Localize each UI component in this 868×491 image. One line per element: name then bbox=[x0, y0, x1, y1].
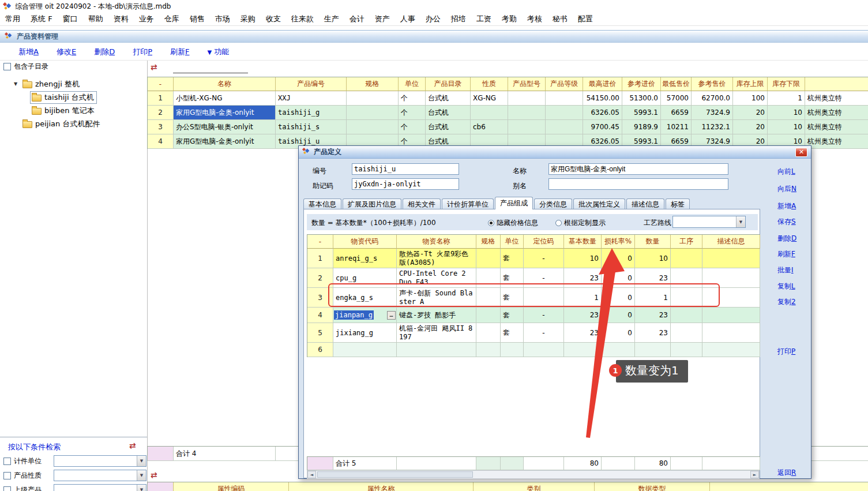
dialog-table-cell[interactable] bbox=[524, 288, 564, 308]
main-table-cell[interactable] bbox=[508, 106, 546, 120]
main-table-cell[interactable] bbox=[508, 120, 546, 134]
route-combobox-input[interactable] bbox=[673, 216, 736, 227]
main-column-header[interactable]: 产品目录 bbox=[426, 77, 471, 91]
main-table-cell[interactable]: 个 bbox=[399, 91, 426, 106]
dialog-side-button[interactable]: 向后N bbox=[777, 184, 796, 194]
dialog-column-header[interactable]: 工序 bbox=[671, 235, 702, 249]
main-table-cell[interactable]: 台式机 bbox=[426, 106, 471, 120]
main-table-cell[interactable] bbox=[546, 120, 583, 134]
dialog-table-cell[interactable] bbox=[702, 343, 760, 357]
main-table-cell[interactable]: 个 bbox=[399, 120, 426, 134]
dropdown-arrow-icon[interactable]: ▼ bbox=[137, 456, 146, 466]
main-table-cell[interactable] bbox=[508, 91, 546, 106]
dialog-table-cell[interactable]: 套 bbox=[501, 249, 524, 268]
dialog-table-cell[interactable]: 0 bbox=[602, 308, 635, 323]
dialog-table-cell[interactable]: anreqi_g_s bbox=[333, 249, 397, 268]
dialog-table-row[interactable]: 3engka_g_s声卡-创新 Sound Blaster A套101 bbox=[307, 288, 760, 308]
menu-item[interactable]: 仓库 bbox=[159, 12, 185, 26]
filter-combobox[interactable]: ▼ bbox=[54, 470, 146, 481]
main-column-header[interactable]: 产品型号 bbox=[508, 77, 546, 91]
dialog-table-cell[interactable]: 散热器-Tt 火星9彩色版(A3085) bbox=[397, 249, 476, 268]
main-table-cell[interactable]: 杭州奥立特 bbox=[805, 106, 868, 120]
main-column-header[interactable]: 参考售价 bbox=[692, 77, 733, 91]
bottom-column-header[interactable]: 类别 bbox=[474, 482, 595, 491]
dialog-column-header[interactable]: 数量 bbox=[635, 235, 671, 249]
main-table-cell[interactable] bbox=[347, 106, 399, 120]
dialog-table-cell[interactable] bbox=[501, 343, 524, 357]
dropdown-arrow-icon[interactable]: ▼ bbox=[137, 470, 146, 481]
menu-item[interactable]: 收支 bbox=[261, 12, 286, 26]
main-column-header[interactable]: 最低售价 bbox=[661, 77, 692, 91]
dialog-table-cell[interactable] bbox=[671, 249, 702, 268]
dialog-table-cell[interactable]: 套 bbox=[501, 308, 524, 323]
dialog-table-cell[interactable] bbox=[702, 323, 760, 343]
dialog-table-cell[interactable]: 套 bbox=[501, 268, 524, 288]
dialog-side-button[interactable]: 保存S bbox=[777, 217, 796, 227]
main-column-header[interactable]: 单位 bbox=[399, 77, 426, 91]
menu-item[interactable]: 市场 bbox=[210, 12, 235, 26]
include-subdir-checkbox[interactable] bbox=[3, 63, 11, 70]
bottom-column-header[interactable]: 属性编码 bbox=[174, 482, 289, 491]
main-table-cell[interactable]: 小型机-XG-NG bbox=[174, 91, 276, 106]
filter-combobox-input[interactable] bbox=[54, 485, 137, 491]
dialog-table-cell[interactable]: 5 bbox=[307, 323, 333, 343]
menu-item[interactable]: 采购 bbox=[235, 12, 261, 26]
main-column-header[interactable] bbox=[805, 77, 868, 91]
scroll-left-icon[interactable]: ◄ bbox=[307, 471, 316, 478]
dialog-side-button[interactable]: 复制L bbox=[777, 282, 795, 291]
dialog-table-cell[interactable] bbox=[524, 343, 564, 357]
main-table-cell[interactable] bbox=[546, 106, 583, 120]
dialog-column-header[interactable]: 物资代码 bbox=[333, 235, 397, 249]
main-table-row[interactable]: 1小型机-XG-NGXXJ个台式机XG-NG54150.0051300.0570… bbox=[148, 91, 868, 106]
main-column-header[interactable]: 最高进价 bbox=[583, 77, 622, 91]
main-table-cell[interactable]: 台式机 bbox=[426, 120, 471, 134]
swap-columns-icon[interactable]: ⇄ bbox=[151, 63, 157, 71]
menu-item[interactable]: 考核 bbox=[522, 12, 547, 26]
dialog-column-header[interactable]: 基本数量 bbox=[564, 235, 602, 249]
main-table-cell[interactable]: 4 bbox=[148, 134, 174, 149]
dialog-table-cell[interactable]: - bbox=[524, 268, 564, 288]
dialog-table-cell[interactable]: engka_g_s bbox=[333, 288, 397, 308]
main-column-header[interactable]: 规格 bbox=[347, 77, 399, 91]
menu-item[interactable]: 人事 bbox=[395, 12, 420, 26]
main-table-cell[interactable]: 57000 bbox=[661, 91, 692, 106]
menu-item[interactable]: 常用 bbox=[0, 12, 25, 26]
main-table-cell[interactable]: 杭州奥立特 bbox=[805, 91, 868, 106]
main-table-cell[interactable]: cb6 bbox=[471, 120, 508, 134]
dialog-table-cell[interactable] bbox=[671, 288, 702, 308]
dialog-table-cell[interactable]: 0 bbox=[602, 249, 635, 268]
dialog-table-row[interactable]: 5jixiang_g机箱-金河田 飓风II 8197套-23023 bbox=[307, 323, 760, 343]
close-icon[interactable]: ✕ bbox=[795, 148, 807, 157]
dialog-table-row[interactable]: 6 bbox=[307, 343, 760, 357]
dialog-table-cell[interactable] bbox=[333, 343, 397, 357]
dialog-table-cell[interactable]: 2 bbox=[307, 268, 333, 288]
dialog-tab[interactable]: 分类信息 bbox=[534, 198, 572, 209]
main-table-cell[interactable]: 2 bbox=[148, 106, 174, 120]
dialog-table-cell[interactable]: 1 bbox=[564, 288, 602, 308]
code-input[interactable] bbox=[352, 163, 459, 175]
main-column-header[interactable]: 参考进价 bbox=[622, 77, 661, 91]
main-table-cell[interactable]: 1 bbox=[148, 91, 174, 106]
name-input[interactable] bbox=[548, 163, 728, 175]
dialog-table-cell[interactable]: 0 bbox=[602, 288, 635, 308]
main-table-cell[interactable]: 7324.9 bbox=[692, 106, 733, 120]
browse-button[interactable]: … bbox=[387, 311, 396, 320]
radio-custom-display[interactable]: 根据定制显示 bbox=[555, 218, 606, 228]
dialog-table-cell[interactable] bbox=[397, 343, 476, 357]
toolbar-button[interactable]: 修改E bbox=[57, 47, 76, 57]
dialog-table-cell[interactable] bbox=[476, 288, 501, 308]
bottom-column-header[interactable] bbox=[148, 482, 174, 491]
dialog-table-cell[interactable] bbox=[702, 288, 760, 308]
main-table-row[interactable]: 3办公S型电脑-银奥-onlyittaishiji_s个台式机cb69700.4… bbox=[148, 120, 868, 134]
dialog-table-cell[interactable]: 套 bbox=[501, 323, 524, 343]
toolbar-button[interactable]: 新增A bbox=[18, 47, 39, 57]
mnemonic-input[interactable] bbox=[352, 178, 459, 190]
route-combobox[interactable]: ▼ bbox=[672, 216, 746, 228]
main-table-row[interactable]: 2家用G型电脑-金奥-onlyittaishiji_g个台式机6326.0559… bbox=[148, 106, 868, 120]
main-table-cell[interactable]: 54150.00 bbox=[583, 91, 622, 106]
main-table-cell[interactable]: 20 bbox=[733, 106, 768, 120]
dialog-table-cell[interactable]: 10 bbox=[564, 249, 602, 268]
main-column-header[interactable]: 性质 bbox=[471, 77, 508, 91]
dialog-table-cell[interactable]: 0 bbox=[602, 323, 635, 343]
tree-item[interactable]: ▼zhengji 整机 bbox=[0, 77, 146, 91]
